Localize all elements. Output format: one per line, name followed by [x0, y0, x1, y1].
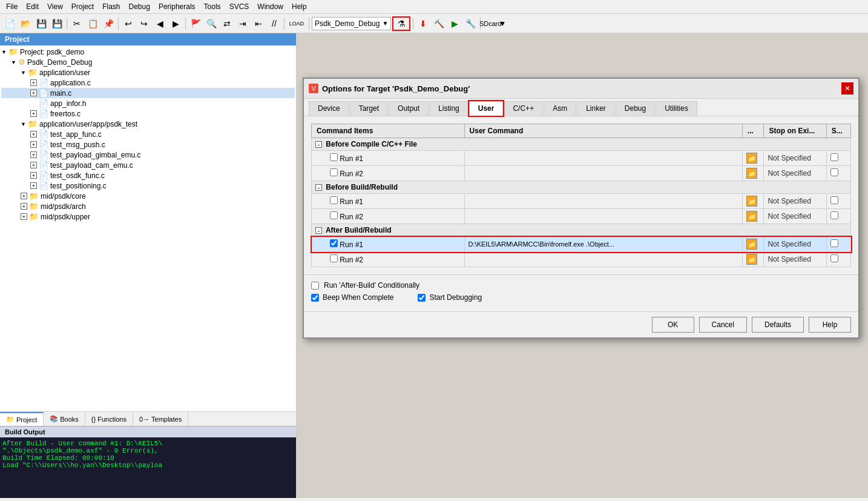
- mid-core-expand[interactable]: +: [21, 193, 27, 199]
- tree-app-infor-h[interactable]: 📄 app_infor.h: [1, 98, 295, 108]
- tree-application-c[interactable]: + 📄 application.c: [1, 78, 295, 88]
- application-c-expand[interactable]: +: [30, 79, 37, 86]
- tab-linker[interactable]: Linker: [577, 101, 615, 116]
- menu-view[interactable]: View: [44, 1, 67, 12]
- before-build-run2-folder-btn[interactable]: 📁: [746, 211, 757, 222]
- tree-freertos-c[interactable]: + 📄 freertos.c: [1, 108, 295, 119]
- before-compile-run1-stop[interactable]: [830, 153, 838, 161]
- indent-btn[interactable]: ⇥: [235, 16, 250, 31]
- tab-templates[interactable]: 0→ Templates: [133, 412, 188, 426]
- tab-listing[interactable]: Listing: [429, 101, 469, 116]
- start-debug-check[interactable]: [418, 294, 426, 302]
- after-build-run2-folder-btn[interactable]: 📁: [746, 254, 757, 265]
- tab-functions[interactable]: {} Functions: [85, 412, 133, 426]
- tree-test-app-func[interactable]: + 📄 test_app_func.c: [1, 129, 295, 139]
- before-build-run2-input[interactable]: [469, 212, 738, 221]
- tree-test-payload-cam[interactable]: + 📄 test_payload_cam_emu.c: [1, 160, 295, 170]
- freertos-c-expand[interactable]: +: [30, 110, 37, 117]
- menu-flash[interactable]: Flash: [99, 1, 123, 12]
- tab-project[interactable]: 📁 Project: [0, 412, 44, 426]
- dropdown-arrow-icon[interactable]: ▼: [382, 20, 388, 27]
- before-compile-run2-cmd[interactable]: [464, 166, 742, 181]
- tab-cpp[interactable]: C/C++: [504, 101, 543, 116]
- tab-device[interactable]: Device: [309, 101, 349, 116]
- tree-mid-upper[interactable]: + 📁 mid/psdk/upper: [1, 211, 295, 222]
- help-button[interactable]: Help: [809, 317, 851, 333]
- tree-app-user[interactable]: ▼ 📁 application/user: [1, 67, 295, 78]
- cut-btn[interactable]: ✂: [70, 16, 84, 31]
- tree-psdk-test-folder[interactable]: ▼ 📁 application/user/app/psdk_test: [1, 119, 295, 129]
- menu-tools[interactable]: Tools: [200, 1, 225, 12]
- tree-mid-arch[interactable]: + 📁 mid/psdk/arch: [1, 201, 295, 211]
- comment-btn[interactable]: //: [267, 16, 281, 31]
- tree-test-positioning[interactable]: + 📄 test_positioning.c: [1, 181, 295, 191]
- save-all-btn[interactable]: 💾: [50, 16, 64, 31]
- download-btn[interactable]: ⬇: [416, 16, 430, 31]
- back-btn[interactable]: ◀: [153, 16, 167, 31]
- after-build-expand[interactable]: -: [315, 227, 322, 234]
- menu-edit[interactable]: Edit: [22, 1, 42, 12]
- tab-debug[interactable]: Debug: [616, 101, 655, 116]
- before-build-expand[interactable]: -: [315, 184, 322, 191]
- osdk-expand[interactable]: +: [30, 172, 37, 179]
- before-compile-run1-input[interactable]: [469, 154, 738, 162]
- redo-btn[interactable]: ↪: [137, 16, 151, 31]
- menu-help[interactable]: Help: [288, 1, 311, 12]
- after-build-run2-input[interactable]: [469, 255, 738, 264]
- psdk-expand-icon[interactable]: ▼: [11, 59, 18, 65]
- menu-svcs[interactable]: SVCS: [226, 1, 253, 12]
- after-build-run1-stop[interactable]: [830, 239, 838, 247]
- tree-mid-core[interactable]: + 📁 mid/psdk/core: [1, 191, 295, 201]
- main-c-expand[interactable]: +: [30, 90, 37, 96]
- before-compile-expand[interactable]: -: [315, 141, 322, 148]
- tree-main-c[interactable]: + 📄 main.c: [1, 88, 295, 98]
- menu-debug[interactable]: Debug: [125, 1, 154, 12]
- undo-btn[interactable]: ↩: [121, 16, 136, 31]
- cam-expand[interactable]: +: [30, 162, 37, 168]
- paste-btn[interactable]: 📌: [101, 16, 116, 31]
- tab-books[interactable]: 📚 Books: [44, 412, 85, 426]
- sdcard-dropdown-arrow[interactable]: ▼: [499, 19, 506, 28]
- test-msg-push-expand[interactable]: +: [30, 141, 37, 148]
- target-dropdown[interactable]: Psdk_Demo_Debug ▼: [312, 17, 391, 30]
- mid-upper-expand[interactable]: +: [21, 213, 27, 220]
- tree-test-payload-gimbal[interactable]: + 📄 test_payload_gimbal_emu.c: [1, 150, 295, 160]
- tab-user[interactable]: User: [469, 101, 504, 116]
- after-build-run1-check[interactable]: [330, 239, 338, 247]
- positioning-expand[interactable]: +: [30, 182, 37, 189]
- before-compile-run2-stop[interactable]: [830, 168, 838, 176]
- after-build-run2-check[interactable]: [330, 254, 338, 262]
- defaults-button[interactable]: Defaults: [752, 317, 804, 333]
- tree-psdk-demo-debug[interactable]: ▼ ⚙ Psdk_Demo_Debug: [1, 57, 295, 67]
- psdk-test-expand[interactable]: ▼: [21, 121, 28, 127]
- before-build-run1-folder-btn[interactable]: 📁: [746, 196, 757, 207]
- tree-root[interactable]: ▼ 📁 Project: psdk_demo: [1, 47, 295, 57]
- before-build-run2-stop[interactable]: [830, 211, 838, 219]
- after-build-run2-stop[interactable]: [830, 254, 838, 262]
- mid-arch-expand[interactable]: +: [21, 203, 27, 210]
- before-compile-run1-cmd[interactable]: [464, 151, 742, 166]
- test-app-func-expand[interactable]: +: [30, 131, 37, 138]
- gimbal-expand[interactable]: +: [30, 151, 37, 158]
- app-user-expand[interactable]: ▼: [21, 70, 28, 76]
- before-build-run1-input[interactable]: [469, 197, 738, 205]
- tab-asm[interactable]: Asm: [544, 101, 576, 116]
- copy-btn[interactable]: 📋: [85, 16, 100, 31]
- after-build-conditional-check[interactable]: [311, 282, 319, 290]
- incremental-build-btn[interactable]: 🔨: [432, 16, 446, 31]
- build-btn[interactable]: ▶: [447, 16, 462, 31]
- before-compile-run2-folder-btn[interactable]: 📁: [746, 168, 757, 179]
- tab-output[interactable]: Output: [389, 101, 429, 116]
- root-expand-icon[interactable]: ▼: [1, 49, 8, 55]
- tree-test-msg-push[interactable]: + 📄 test_msg_push.c: [1, 139, 295, 150]
- outdent-btn[interactable]: ⇤: [251, 16, 266, 31]
- load-btn[interactable]: LOAD: [287, 16, 306, 31]
- new-file-btn[interactable]: 📄: [2, 16, 17, 31]
- open-btn[interactable]: 📂: [18, 16, 33, 31]
- save-btn[interactable]: 💾: [34, 16, 48, 31]
- menu-project[interactable]: Project: [68, 1, 97, 12]
- before-compile-run1-folder-btn[interactable]: 📁: [746, 153, 757, 164]
- before-compile-run2-check[interactable]: [330, 168, 338, 176]
- beep-check[interactable]: [311, 294, 319, 302]
- tree-test-osdk-func[interactable]: + 📄 test_osdk_func.c: [1, 170, 295, 181]
